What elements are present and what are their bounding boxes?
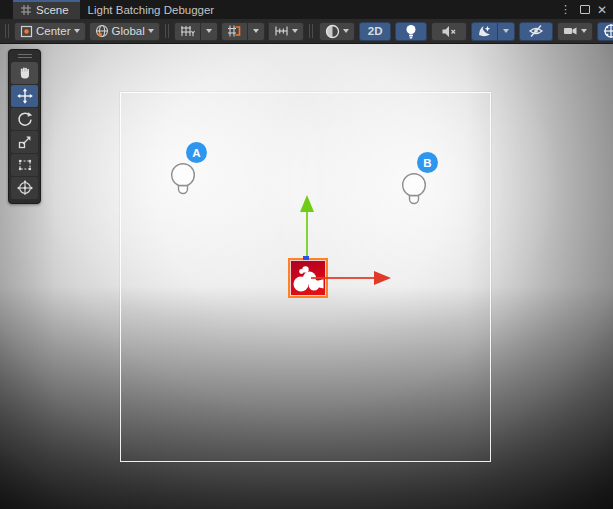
x-axis-arrowhead[interactable] <box>374 271 391 285</box>
crosshair-globe-icon <box>603 23 613 39</box>
maximize-icon[interactable] <box>580 5 590 14</box>
rotate-icon <box>17 111 33 127</box>
camera-settings-dropdown[interactable] <box>557 22 593 41</box>
rect-tool-icon <box>17 157 33 173</box>
rect-tool-button[interactable] <box>11 154 38 176</box>
grid-visibility-button[interactable] <box>174 22 201 41</box>
tab-scene-label: Scene <box>36 4 69 16</box>
pivot-icon <box>20 25 33 38</box>
chevron-down-icon <box>74 29 80 33</box>
scale-tool-button[interactable] <box>11 131 38 153</box>
transform-tool-button[interactable] <box>11 177 38 199</box>
toolbar-drag-handle[interactable] <box>5 24 9 38</box>
view-tool-button[interactable] <box>11 62 38 84</box>
handle-space-label: Global <box>112 25 145 37</box>
grid-visibility-group <box>174 22 218 41</box>
scene-viewport[interactable]: A B <box>0 44 613 509</box>
scene-toolbar: Center Global <box>0 19 613 44</box>
light-bulb-icon <box>405 24 417 39</box>
light-bulb-gizmo-icon <box>169 161 197 197</box>
tool-palette <box>8 49 41 204</box>
toggle-2d-label: 2D <box>368 25 383 37</box>
eye-slash-icon <box>528 24 544 38</box>
chevron-down-icon <box>148 29 154 33</box>
light-b-badge-label: B <box>423 157 431 169</box>
speaker-muted-icon <box>441 25 457 38</box>
toolbar-right-group: 2D <box>307 22 613 41</box>
gizmos-group <box>597 22 613 41</box>
light-a-badge-label: A <box>192 147 200 159</box>
effects-toggle-button[interactable] <box>471 22 498 41</box>
snap-increment-dropdown[interactable] <box>268 22 304 41</box>
handle-space-dropdown[interactable]: Global <box>89 22 160 41</box>
effects-icon <box>477 24 492 38</box>
shaded-sphere-icon <box>325 24 340 39</box>
light-gizmo-b[interactable]: B <box>400 169 455 219</box>
z-axis-marker[interactable] <box>303 256 309 260</box>
gizmos-toggle-button[interactable] <box>597 22 613 41</box>
scene-tab-icon <box>21 5 31 15</box>
chevron-down-icon <box>206 29 212 33</box>
grid-visibility-dropdown[interactable] <box>200 22 218 41</box>
effects-group <box>471 22 515 41</box>
effects-dropdown[interactable] <box>497 22 515 41</box>
light-a-badge[interactable]: A <box>186 142 207 163</box>
draw-mode-dropdown[interactable] <box>319 22 355 41</box>
y-axis-handle[interactable] <box>306 211 308 259</box>
window-controls: ⋮ ✕ <box>558 0 613 19</box>
move-icon <box>17 88 33 104</box>
x-axis-handle[interactable] <box>311 277 374 279</box>
rotate-tool-button[interactable] <box>11 108 38 130</box>
window-menu-icon[interactable]: ⋮ <box>558 4 573 15</box>
grid-snap-icon <box>227 24 242 38</box>
unity-scene-window: Scene Light Batching Debugger ⋮ ✕ Center… <box>0 0 613 509</box>
snap-increment-group <box>268 22 304 41</box>
tab-light-batching-debugger[interactable]: Light Batching Debugger <box>80 0 226 19</box>
snap-increment-icon <box>274 24 289 38</box>
lighting-toggle-button[interactable] <box>395 22 427 41</box>
move-tool-button[interactable] <box>11 85 38 107</box>
pivot-mode-dropdown[interactable]: Center <box>14 22 86 41</box>
chevron-down-icon <box>253 29 259 33</box>
grid-snap-button[interactable] <box>221 22 248 41</box>
close-icon[interactable]: ✕ <box>597 4 607 16</box>
globe-icon <box>95 24 109 38</box>
grid-axis-icon <box>180 24 195 38</box>
toolbar-separator <box>165 24 169 38</box>
audio-toggle-button[interactable] <box>431 22 467 41</box>
toggle-2d-button[interactable]: 2D <box>359 22 392 41</box>
grid-snap-dropdown[interactable] <box>247 22 265 41</box>
toolbar-separator <box>309 24 313 38</box>
hand-icon <box>17 65 33 81</box>
pivot-mode-label: Center <box>36 25 71 37</box>
light-bulb-gizmo-icon <box>400 171 428 207</box>
grid-snap-group <box>221 22 265 41</box>
chevron-down-icon <box>292 29 298 33</box>
tab-light-batching-debugger-label: Light Batching Debugger <box>88 4 215 16</box>
light-gizmo-a[interactable]: A <box>169 159 224 209</box>
tab-scene[interactable]: Scene <box>13 0 80 19</box>
scale-icon <box>17 134 33 150</box>
chevron-down-icon <box>581 29 587 33</box>
hidden-objects-toggle-button[interactable] <box>519 22 553 41</box>
chevron-down-icon <box>503 29 509 33</box>
video-camera-icon <box>563 25 578 37</box>
tab-bar: Scene Light Batching Debugger ⋮ ✕ <box>0 0 613 19</box>
chevron-down-icon <box>343 29 349 33</box>
y-axis-arrowhead[interactable] <box>300 195 314 212</box>
transform-icon <box>17 180 33 196</box>
palette-drag-handle[interactable] <box>18 54 32 58</box>
light-b-badge[interactable]: B <box>417 152 438 173</box>
